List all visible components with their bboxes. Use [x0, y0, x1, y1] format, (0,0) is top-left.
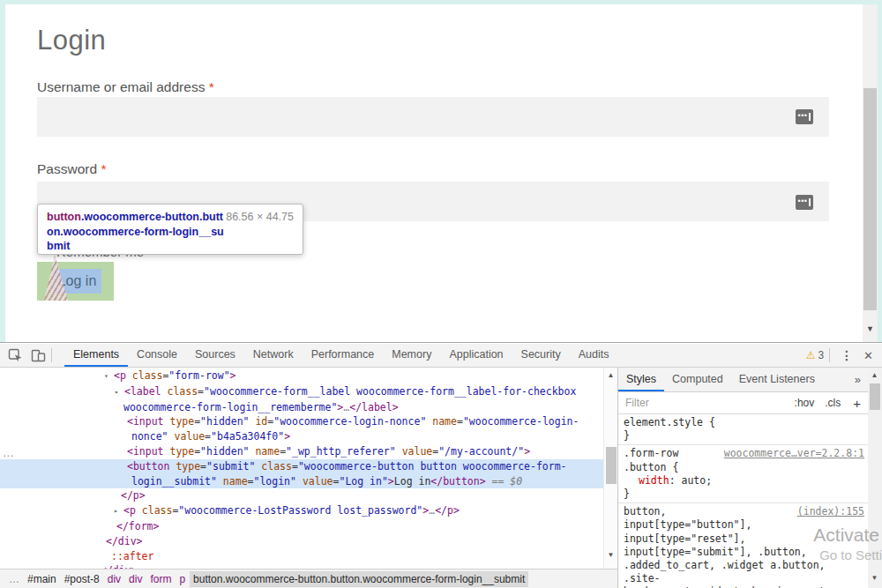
- breadcrumb-item[interactable]: p: [176, 571, 189, 587]
- tab-memory[interactable]: Memory: [383, 344, 440, 367]
- activation-watermark-line1: Activate: [813, 525, 879, 546]
- tab-network[interactable]: Network: [244, 344, 303, 367]
- warning-icon[interactable]: ⚠: [806, 349, 816, 361]
- password-label: Password *: [37, 161, 106, 177]
- tree-line[interactable]: ::after: [0, 549, 603, 564]
- tab-styles[interactable]: Styles: [618, 368, 664, 391]
- tab-sources[interactable]: Sources: [186, 344, 244, 367]
- breadcrumb-item[interactable]: form: [146, 571, 175, 587]
- breadcrumb-item[interactable]: #main: [24, 571, 60, 587]
- scroll-down-icon[interactable]: ▼: [868, 572, 881, 584]
- tree-line[interactable]: login__submit" name="login" value="Log i…: [0, 474, 603, 489]
- tree-row-more-icon[interactable]: ⋯: [3, 450, 12, 462]
- close-devtools-icon[interactable]: ✕: [858, 349, 882, 362]
- css-rule: (index):155button,input[type="button"],i…: [618, 503, 868, 588]
- styles-tabs: StylesComputedEvent Listeners»: [618, 368, 868, 392]
- tab-computed[interactable]: Computed: [664, 368, 731, 391]
- page-scrollbar[interactable]: ▼: [863, 4, 878, 342]
- activation-watermark-line2: Go to Setti: [819, 547, 882, 562]
- devtools-tabs: ElementsConsoleSourcesNetworkPerformance…: [64, 344, 617, 367]
- breadcrumb-item[interactable]: button.woocommerce-button.button.woocomm…: [190, 571, 528, 587]
- overflow-tabs-icon[interactable]: »: [848, 373, 868, 386]
- breadcrumb-item[interactable]: #post-8: [61, 571, 103, 587]
- css-rule-close: }: [624, 488, 864, 501]
- tree-line[interactable]: nonce" value="b4a5a304f0">: [0, 429, 603, 444]
- css-rule: woocommerce…ver=2.2.8:1.form-row.button …: [618, 445, 868, 503]
- page-scrollbar-thumb[interactable]: [863, 88, 877, 310]
- css-selector-line[interactable]: .added_to_cart, .widget a.button, .site-: [624, 559, 864, 585]
- tree-line[interactable]: </p>: [0, 488, 603, 503]
- username-label: Username or email address *: [37, 79, 214, 95]
- tree-line[interactable]: </form>: [0, 519, 603, 534]
- tree-line[interactable]: ▾<p class="form-row">: [0, 368, 603, 384]
- tab-event-listeners[interactable]: Event Listeners: [731, 368, 823, 391]
- toolbar-right: ⚠ 3 ⋮ ✕: [806, 348, 882, 362]
- tree-line[interactable]: <input type="hidden" id="woocommerce-log…: [0, 414, 603, 429]
- tab-elements[interactable]: Elements: [64, 344, 128, 367]
- elements-tree: ▾<p class="form-row">▸<label class="wooc…: [0, 368, 603, 569]
- css-selector-line[interactable]: (index):155button,: [624, 505, 864, 518]
- css-selector-line[interactable]: woocommerce…ver=2.2.8:1.form-row: [624, 447, 864, 460]
- css-declaration[interactable]: width: auto;: [624, 474, 864, 488]
- elements-scrollbar[interactable]: ▲ ▼: [603, 368, 617, 569]
- new-style-rule-button[interactable]: +: [853, 396, 861, 411]
- username-field[interactable]: [37, 97, 829, 137]
- warning-count[interactable]: 3: [818, 349, 824, 361]
- devtools-toolbar: ElementsConsoleSourcesNetworkPerformance…: [0, 344, 882, 368]
- scroll-down-icon[interactable]: ▼: [604, 549, 617, 562]
- tab-performance[interactable]: Performance: [303, 344, 384, 367]
- devtools-panel: ElementsConsoleSourcesNetworkPerformance…: [0, 342, 882, 588]
- more-menu-icon[interactable]: ⋮: [835, 348, 858, 362]
- expand-arrow-icon[interactable]: ▾: [104, 369, 114, 384]
- required-asterisk: *: [209, 79, 214, 94]
- device-toolbar-icon[interactable]: [31, 348, 46, 363]
- scroll-up-icon[interactable]: ▲: [868, 369, 881, 382]
- screen: Login Username or email address * ••• Pa…: [0, 0, 882, 588]
- elements-breadcrumb: …#main#post-8divdivformpbutton.woocommer…: [0, 569, 617, 588]
- tab-audits[interactable]: Audits: [570, 344, 618, 367]
- tab-application[interactable]: Application: [440, 344, 512, 367]
- toolbar-separator: [829, 348, 830, 362]
- collapse-arrow-icon[interactable]: ▸: [115, 385, 124, 400]
- styles-filter-input[interactable]: Filter: [625, 397, 649, 409]
- input-autofill-icon[interactable]: •••: [796, 195, 813, 210]
- pseudo-state-toggle[interactable]: :hov: [795, 397, 815, 409]
- toolbar-separator: [51, 348, 52, 362]
- tree-line[interactable]: ▸<label class="woocommerce-form__label w…: [0, 384, 603, 400]
- scroll-up-icon[interactable]: ▲: [604, 369, 617, 382]
- css-selector-line[interactable]: .button {: [624, 461, 864, 474]
- css-rule-close: }: [624, 429, 864, 443]
- collapse-arrow-icon[interactable]: ▸: [114, 504, 123, 519]
- tree-line[interactable]: woocommerce-form-login__rememberme">…</l…: [0, 400, 603, 415]
- tree-line[interactable]: </div>: [0, 534, 603, 549]
- inspect-tooltip-dimensions: 86.56 × 44.75: [226, 211, 294, 223]
- inspect-tooltip: button.woocommerce-button.button.woocomm…: [37, 204, 303, 255]
- breadcrumb-item[interactable]: …: [5, 571, 23, 587]
- page-frame-left: [0, 0, 5, 343]
- stylesheet-source-link[interactable]: (index):155: [797, 505, 864, 518]
- page-frame-top: [0, 0, 882, 4]
- class-toggle[interactable]: .cls: [825, 397, 841, 409]
- stylesheet-source-link[interactable]: woocommerce…ver=2.2.8:1: [724, 447, 864, 460]
- tree-line[interactable]: ▸<p class="woocommerce-LostPassword lost…: [0, 503, 603, 519]
- styles-scrollbar-thumb[interactable]: [870, 383, 880, 410]
- required-asterisk: *: [101, 161, 106, 176]
- page-frame-right: [878, 0, 882, 343]
- scroll-down-icon[interactable]: ▼: [863, 322, 878, 336]
- elements-scrollbar-thumb[interactable]: [606, 447, 617, 484]
- styles-filter-bar: Filter :hov .cls +: [618, 392, 868, 414]
- inspect-element-icon[interactable]: [8, 348, 23, 363]
- tab-security[interactable]: Security: [512, 344, 570, 367]
- input-autofill-icon[interactable]: •••: [796, 109, 813, 124]
- tree-line[interactable]: <button type="submit" class="woocommerce…: [0, 459, 603, 474]
- css-selector-line[interactable]: element.style {: [624, 416, 864, 429]
- css-rule: element.style {}: [618, 414, 868, 445]
- tree-line[interactable]: <input type="hidden" name="_wp_http_refe…: [0, 444, 603, 459]
- page-title: Login: [37, 25, 106, 56]
- inspect-tooltip-selector: button.woocommerce-button.button.woocomm…: [47, 210, 228, 254]
- breadcrumb-item[interactable]: div: [104, 571, 124, 587]
- tab-console[interactable]: Console: [128, 344, 186, 367]
- breadcrumb-item[interactable]: div: [125, 571, 146, 587]
